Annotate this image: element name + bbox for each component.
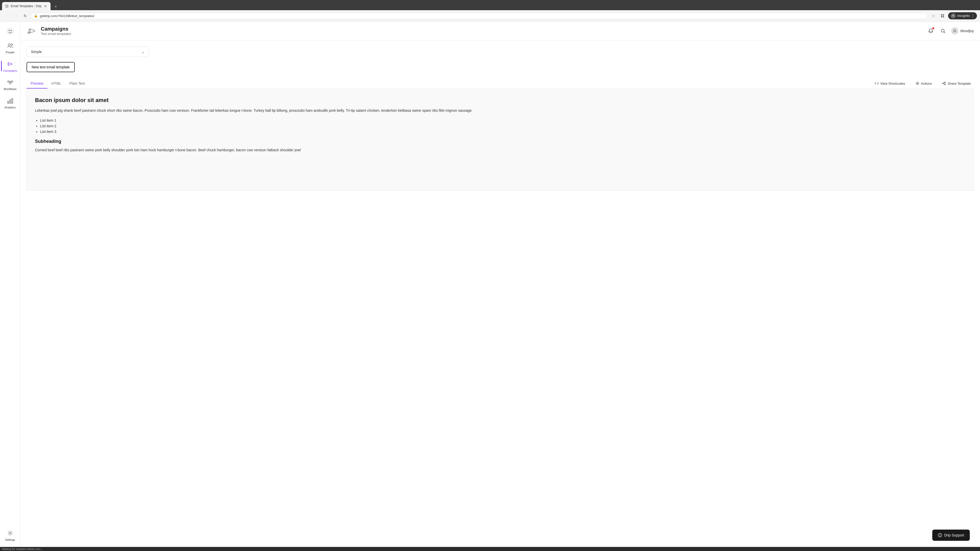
tab-preview[interactable]: Preview xyxy=(27,78,48,89)
tab-plain-text[interactable]: Plain Text xyxy=(65,78,89,89)
preview-body-1: Leberkas jowl pig shank beef pastrami ch… xyxy=(35,108,961,113)
preview-container: Bacon ipsum dolor sit amet Leberkas jowl… xyxy=(27,89,974,191)
view-shortcodes-button[interactable]: View Shortcodes xyxy=(872,79,908,87)
svg-point-9 xyxy=(11,30,11,31)
svg-rect-13 xyxy=(8,81,9,82)
address-text: getdrip.com/7641396/text_templates/ xyxy=(40,14,924,18)
svg-rect-4 xyxy=(941,16,942,17)
notifications-button[interactable] xyxy=(927,27,935,35)
page-title: Campaigns xyxy=(41,26,71,32)
svg-point-31 xyxy=(945,84,945,85)
svg-rect-14 xyxy=(11,81,13,82)
sidebar-label-campaigns: Campaigns xyxy=(3,69,18,72)
status-bar: Waiting for analytics.tiktok.com... xyxy=(0,547,980,551)
sidebar-item-settings[interactable]: Settings xyxy=(1,527,19,544)
incognito-indicator[interactable]: Incognito ⋮ xyxy=(948,12,977,19)
notification-badge xyxy=(932,27,934,29)
svg-line-26 xyxy=(944,32,945,33)
svg-point-28 xyxy=(917,83,918,84)
svg-line-32 xyxy=(943,83,945,83)
analytics-icon xyxy=(6,97,14,105)
svg-point-7 xyxy=(6,28,14,35)
svg-point-10 xyxy=(8,44,10,46)
svg-point-11 xyxy=(11,44,13,45)
user-avatar xyxy=(951,27,958,35)
sidebar-item-analytics[interactable]: Analytics xyxy=(1,94,19,111)
sidebar-label-workflows: Workflows xyxy=(3,87,17,91)
tab-plain-text-label: Plain Text xyxy=(69,81,85,86)
preview-subheading: Subheading xyxy=(35,139,961,144)
share-template-button[interactable]: Share Template xyxy=(939,79,974,87)
header-left: Campaigns Text email templates xyxy=(27,26,71,36)
user-info[interactable]: Moodjoy xyxy=(951,27,974,35)
campaigns-header-icon xyxy=(27,26,37,36)
list-item: List item 1 xyxy=(40,118,961,122)
tab-title: Email Templates - Drip xyxy=(11,4,41,8)
svg-point-24 xyxy=(28,32,29,34)
tabs-left: Preview HTML Plain Text xyxy=(27,78,89,89)
svg-point-30 xyxy=(942,83,943,84)
back-button[interactable]: ← xyxy=(3,12,10,19)
logo-icon xyxy=(6,27,14,35)
preview-body-2: Corned beef beef ribs pastrami swine por… xyxy=(35,147,961,153)
dropdown-arrow-icon: ⌄ xyxy=(142,49,145,54)
svg-rect-15 xyxy=(10,83,11,84)
reload-button[interactable]: ↻ xyxy=(21,12,29,19)
security-lock-icon: 🔒 xyxy=(34,14,38,17)
menu-dots: ⋮ xyxy=(971,14,974,17)
tab-html[interactable]: HTML xyxy=(48,78,65,89)
address-bar[interactable]: 🔒 getdrip.com/7641396/text_templates/ xyxy=(30,13,928,19)
svg-point-8 xyxy=(9,30,10,31)
code-icon xyxy=(875,81,879,86)
workflows-icon xyxy=(6,78,14,86)
user-name: Moodjoy xyxy=(960,29,974,33)
share-template-label: Share Template xyxy=(948,82,971,86)
dropdown-value: Simple xyxy=(31,50,42,54)
search-button[interactable] xyxy=(939,27,947,35)
svg-rect-3 xyxy=(943,14,944,16)
status-text: Waiting for analytics.tiktok.com... xyxy=(2,548,43,551)
tab-html-label: HTML xyxy=(52,81,61,86)
tabs-right: View Shortcodes Actions Share Template xyxy=(872,79,974,87)
header-right: Moodjoy xyxy=(927,27,974,35)
new-template-button[interactable]: New text email template xyxy=(27,62,75,72)
new-tab-button[interactable]: + xyxy=(52,3,59,10)
bookmark-button[interactable]: ☆ xyxy=(930,12,937,19)
svg-point-29 xyxy=(945,82,945,83)
svg-rect-2 xyxy=(941,14,942,16)
template-dropdown[interactable]: Simple ⌄ xyxy=(27,46,149,57)
preview-heading: Bacon ipsum dolor sit amet xyxy=(35,97,961,103)
page-subtitle: Text email templates xyxy=(41,32,71,36)
actions-label: Actions xyxy=(921,82,932,86)
tab-bar: Email Templates - Drip ✕ + xyxy=(0,0,980,10)
svg-line-33 xyxy=(943,84,945,84)
sidebar-item-campaigns[interactable]: Campaigns xyxy=(1,57,19,75)
tab-close-button[interactable]: ✕ xyxy=(43,4,48,8)
incognito-avatar xyxy=(951,13,956,18)
forward-button[interactable]: → xyxy=(12,12,19,19)
sidebar-logo[interactable] xyxy=(1,25,19,38)
nav-actions: ☆ Incognito ⋮ xyxy=(930,12,977,19)
svg-rect-18 xyxy=(8,101,9,103)
sidebar-label-settings: Settings xyxy=(5,538,15,541)
view-shortcodes-label: View Shortcodes xyxy=(880,82,905,86)
app-container: People Campaigns xyxy=(0,22,980,547)
svg-point-1 xyxy=(6,6,7,6)
actions-button[interactable]: Actions xyxy=(912,79,935,87)
sidebar-item-people[interactable]: People xyxy=(1,39,19,56)
extensions-button[interactable] xyxy=(939,12,946,19)
gear-icon xyxy=(915,81,920,86)
share-icon xyxy=(942,81,946,86)
people-icon xyxy=(6,41,14,50)
active-tab[interactable]: Email Templates - Drip ✕ xyxy=(2,2,51,10)
sidebar-item-workflows[interactable]: Workflows xyxy=(1,76,19,93)
svg-rect-20 xyxy=(12,98,13,103)
tab-favicon xyxy=(5,4,9,8)
preview-list: List item 1 List item 2 List item 3 xyxy=(40,118,961,134)
sidebar: People Campaigns xyxy=(0,22,21,547)
new-template-label: New text email template xyxy=(32,65,70,69)
drip-support-button[interactable]: Drip Support xyxy=(932,530,970,541)
incognito-label: Incognito xyxy=(957,14,970,17)
content-area: Simple ⌄ New text email template Preview… xyxy=(21,40,980,547)
campaigns-icon xyxy=(6,60,14,68)
